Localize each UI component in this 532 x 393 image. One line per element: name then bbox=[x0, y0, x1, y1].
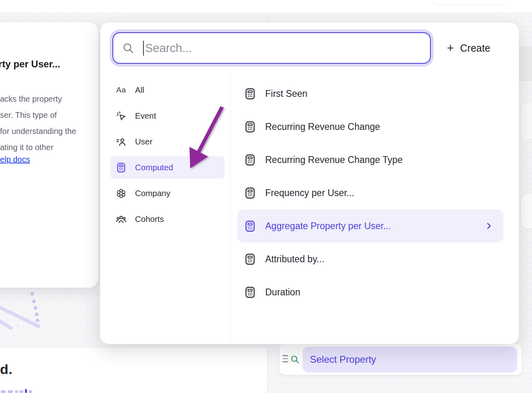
property-tooltip-card: rty per User... acks the property ser. T… bbox=[0, 22, 98, 288]
calculator-icon bbox=[244, 286, 256, 299]
select-property-bar: Select Property bbox=[279, 343, 522, 375]
help-docs-link[interactable]: elp docs bbox=[0, 155, 30, 164]
search-icon bbox=[290, 355, 299, 364]
list-item-label: Aggregate Property per User... bbox=[265, 221, 391, 232]
tooltip-line: ating it to other bbox=[0, 139, 76, 155]
search-icon bbox=[122, 42, 134, 54]
people-group-icon bbox=[116, 214, 127, 225]
calculator-icon bbox=[244, 253, 256, 265]
calculator-icon bbox=[116, 162, 127, 173]
sidebar-item-label: Event bbox=[135, 111, 156, 121]
background-band-right bbox=[519, 46, 532, 81]
text-caret bbox=[143, 41, 144, 56]
tooltip-line: for understanding the bbox=[0, 123, 76, 139]
calculator-icon bbox=[244, 220, 256, 232]
clipped-link-fragment bbox=[25, 389, 27, 393]
sidebar-item-user[interactable]: User bbox=[110, 130, 224, 153]
sidebar-item-company[interactable]: Company bbox=[110, 182, 224, 205]
clipped-heading-fragment: d. bbox=[0, 362, 12, 377]
list-item-label: Recurring Revenue Change bbox=[265, 121, 380, 132]
list-item-label: Recurring Revenue Change Type bbox=[265, 155, 403, 165]
plus-icon: + bbox=[447, 42, 454, 54]
click-cursor-icon bbox=[116, 111, 127, 121]
list-item-aggregate-property-per-user[interactable]: Aggregate Property per User... bbox=[237, 209, 503, 242]
clipped-link-fragment bbox=[29, 390, 32, 393]
tooltip-line: acks the property bbox=[0, 91, 76, 107]
clipped-link-fragment bbox=[19, 390, 23, 393]
list-item-recurring-revenue-change-type[interactable]: Recurring Revenue Change Type bbox=[237, 143, 503, 176]
person-lines-icon bbox=[116, 136, 127, 147]
calculator-icon bbox=[244, 121, 256, 133]
list-item-recurring-revenue-change[interactable]: Recurring Revenue Change bbox=[237, 110, 503, 143]
list-item-duration[interactable]: Duration bbox=[237, 276, 503, 309]
drag-handle-icon[interactable] bbox=[283, 355, 288, 364]
flower-cluster-icon bbox=[116, 188, 127, 199]
canvas-background-lower bbox=[0, 348, 267, 393]
top-toolbar-pill bbox=[432, 0, 509, 5]
text-Aa-icon: Aa bbox=[116, 85, 127, 96]
tooltip-line: ser. This type of bbox=[0, 107, 76, 123]
background-card-edge bbox=[520, 193, 532, 229]
clipped-link-fragment bbox=[1, 390, 6, 393]
search-input[interactable] bbox=[145, 42, 430, 55]
list-item-label: Attributed by... bbox=[265, 254, 324, 265]
sidebar-item-cohorts[interactable]: Cohorts bbox=[110, 208, 224, 230]
select-property-label: Select Property bbox=[310, 354, 376, 365]
clipped-link-fragment bbox=[15, 390, 18, 393]
sidebar-item-label: Cohorts bbox=[135, 214, 164, 224]
sidebar-item-label: All bbox=[135, 85, 144, 95]
calculator-icon bbox=[244, 88, 256, 100]
create-button-label: Create bbox=[460, 42, 490, 54]
list-item-attributed-by[interactable]: Attributed by... bbox=[237, 242, 503, 276]
sidebar-item-label: User bbox=[135, 137, 152, 146]
sidebar-item-label: Computed bbox=[135, 163, 173, 172]
calculator-icon bbox=[244, 154, 256, 166]
clipped-link-fragment bbox=[8, 390, 13, 393]
sidebar-item-event[interactable]: Event bbox=[110, 105, 224, 127]
background-card-edge bbox=[521, 103, 532, 139]
sidebar-item-computed[interactable]: Computed bbox=[110, 156, 224, 179]
list-item-label: Frequency per User... bbox=[265, 188, 354, 199]
modal-column-divider bbox=[230, 74, 231, 344]
search-box bbox=[112, 32, 431, 64]
sidebar-item-all[interactable]: Aa All bbox=[110, 79, 224, 101]
tooltip-description: acks the property ser. This type of for … bbox=[0, 91, 76, 155]
list-item-label: Duration bbox=[265, 287, 300, 298]
select-property-button[interactable]: Select Property bbox=[303, 347, 517, 372]
sidebar-item-label: Company bbox=[135, 188, 170, 198]
create-button[interactable]: + Create bbox=[447, 39, 490, 57]
tooltip-title: rty per User... bbox=[0, 59, 60, 70]
list-item-frequency-per-user[interactable]: Frequency per User... bbox=[237, 176, 503, 209]
list-item-label: First Seen bbox=[265, 88, 308, 99]
property-picker-modal: + Create Aa All Event User Computed Comp… bbox=[100, 22, 519, 344]
chevron-right-icon bbox=[485, 222, 493, 230]
calculator-icon bbox=[244, 187, 256, 199]
list-item-first-seen[interactable]: First Seen bbox=[237, 77, 503, 110]
